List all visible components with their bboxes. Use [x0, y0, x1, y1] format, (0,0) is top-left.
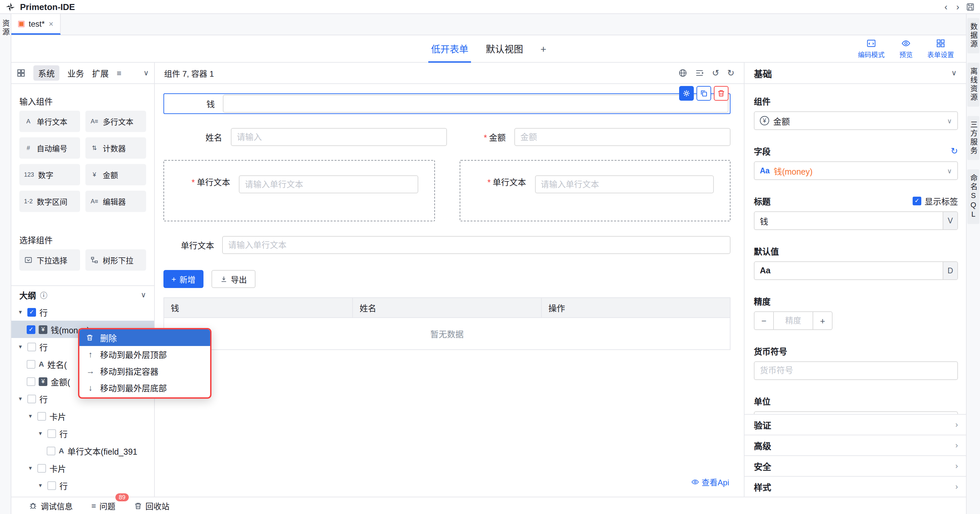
tree-row[interactable]: ▾行 [11, 303, 154, 320]
amount-field-input[interactable] [514, 128, 730, 146]
view-api-link[interactable]: 查看Api [691, 476, 729, 487]
caret-down-icon[interactable]: ▾ [17, 343, 24, 350]
menu-item-move-to-container[interactable]: → 移动到指定容器 [80, 363, 210, 379]
info-icon[interactable]: ⓘ [40, 289, 48, 300]
caret-down-icon[interactable]: ▾ [17, 309, 24, 315]
tree-checkbox[interactable] [27, 308, 36, 316]
tree-checkbox[interactable] [27, 360, 35, 368]
selected-money-field[interactable]: 钱 [164, 93, 730, 114]
sidebar-item-datasource[interactable]: 数据源 [967, 18, 979, 53]
name-field-input[interactable] [231, 128, 447, 146]
tree-checkbox[interactable] [27, 394, 36, 403]
tab-test[interactable]: test* × [11, 14, 61, 35]
tree-row[interactable]: A单行文本(field_391 [11, 442, 154, 459]
caret-down-icon[interactable]: ▾ [27, 465, 34, 471]
tree-checkbox[interactable] [47, 446, 56, 455]
tree-checkbox[interactable] [48, 481, 56, 490]
single-line-input[interactable] [222, 236, 730, 254]
tree-row[interactable]: ▾卡片 [11, 459, 154, 477]
component-select[interactable]: ¥ 金额 ∨ [754, 111, 958, 130]
amount-field[interactable]: *金额 [447, 128, 730, 146]
recycle-bin-button[interactable]: 回收站 [134, 500, 169, 511]
hamburger-icon[interactable]: ≡ [117, 68, 121, 78]
outline-header[interactable]: 大纲 ⓘ ∨ [11, 286, 154, 303]
component-number-range[interactable]: 1-2数字区间 [19, 191, 80, 212]
refresh-icon[interactable]: ↻ [951, 146, 958, 156]
nav-back-icon[interactable]: ‹ [942, 2, 949, 11]
section-style[interactable]: 样式› [745, 476, 966, 497]
tree-checkbox[interactable] [27, 325, 35, 334]
caret-down-icon[interactable]: ▾ [27, 412, 34, 419]
tab-business[interactable]: 业务 [67, 67, 84, 79]
title-variable-button[interactable]: V [943, 212, 957, 229]
field-delete-button[interactable] [714, 86, 729, 101]
tab-default-view[interactable]: 默认视图 [486, 42, 523, 56]
redo-icon[interactable]: ↻ [727, 68, 735, 78]
show-label-toggle[interactable]: 显示标签 [913, 195, 958, 207]
dashed-container[interactable]: *单行文本 [164, 160, 434, 221]
outline-toggle-icon[interactable] [695, 69, 704, 77]
menu-item-move-to-bottom[interactable]: ↓ 移动到最外层底部 [80, 379, 210, 396]
sidebar-item-named-sql[interactable]: 命名SQL [967, 169, 979, 224]
precision-input[interactable] [774, 311, 813, 330]
default-value-button[interactable]: D [943, 262, 957, 279]
unit-input[interactable] [754, 411, 958, 414]
code-mode-button[interactable]: 编码模式 [858, 38, 885, 59]
tree-checkbox[interactable] [27, 342, 36, 351]
tab-low-code-form[interactable]: 低开表单 [431, 42, 468, 56]
caret-down-icon[interactable]: ▾ [37, 482, 44, 489]
chevron-down-icon[interactable]: ∨ [951, 69, 957, 77]
name-field[interactable]: 姓名 [164, 128, 447, 146]
undo-icon[interactable]: ↺ [712, 68, 719, 78]
preview-button[interactable]: 预览 [899, 38, 913, 59]
caret-down-icon[interactable]: ▾ [17, 395, 24, 402]
tree-row[interactable]: ▾卡片 [11, 407, 154, 425]
menu-item-delete[interactable]: 删除 [80, 329, 210, 346]
component-auto-number[interactable]: #自动编号 [19, 137, 80, 159]
component-editor[interactable]: A≡编辑器 [85, 191, 146, 212]
component-amount[interactable]: ¥金额 [85, 164, 146, 185]
minus-button[interactable]: − [754, 311, 774, 330]
currency-symbol-input[interactable] [754, 361, 958, 380]
tab-system[interactable]: 系统 [33, 65, 59, 81]
section-validation[interactable]: 验证› [745, 414, 966, 435]
component-tree-dropdown[interactable]: 树形下拉 [85, 249, 146, 271]
tree-checkbox[interactable] [48, 429, 56, 438]
field-copy-button[interactable] [697, 86, 711, 101]
field-select[interactable]: Aa 钱(money) ∨ [754, 161, 958, 180]
chevron-down-icon[interactable]: ∨ [143, 69, 149, 77]
menu-item-move-to-top[interactable]: ↑ 移动到最外层顶部 [80, 346, 210, 363]
sidebar-item-offline-resources[interactable]: 离线资源 [967, 63, 979, 107]
export-button[interactable]: 导出 [212, 270, 256, 288]
add-view-icon[interactable]: + [540, 43, 546, 54]
component-single-line-text[interactable]: A单行文本 [19, 111, 80, 132]
basic-section-header[interactable]: 基础 ∨ [745, 63, 966, 84]
tab-extension[interactable]: 扩展 [92, 67, 109, 79]
section-advanced[interactable]: 高级› [745, 435, 966, 455]
default-value-input[interactable] [754, 261, 958, 280]
money-field-input[interactable] [223, 95, 729, 113]
component-number[interactable]: 123数字 [19, 164, 80, 185]
nav-forward-icon[interactable]: › [954, 2, 961, 11]
single-line-field[interactable]: 单行文本 [164, 236, 730, 254]
show-label-checkbox[interactable] [913, 197, 921, 205]
globe-icon[interactable] [678, 69, 687, 77]
dashed-container[interactable]: *单行文本 [459, 160, 730, 221]
close-icon[interactable]: × [49, 20, 53, 28]
section-security[interactable]: 安全› [745, 455, 966, 476]
sidebar-item-third-party-services[interactable]: 三方服务 [967, 116, 979, 160]
component-multi-line-text[interactable]: A≡多行文本 [85, 111, 146, 132]
single-line-input[interactable] [535, 175, 714, 194]
tree-checkbox[interactable] [37, 464, 46, 472]
add-button[interactable]: +新增 [164, 270, 204, 288]
form-settings-button[interactable]: 表单设置 [927, 38, 954, 59]
plus-button[interactable]: + [813, 311, 832, 330]
field-settings-button[interactable] [679, 86, 694, 101]
single-line-input[interactable] [239, 175, 418, 194]
title-input[interactable] [754, 211, 958, 230]
sidebar-item-resources[interactable]: 资源 [0, 19, 11, 36]
problems-button[interactable]: ≡ 问题 89 [91, 500, 115, 511]
component-counter[interactable]: ⇅计数器 [85, 137, 146, 159]
chevron-down-icon[interactable]: ∨ [141, 290, 146, 299]
component-library-icon[interactable] [17, 69, 25, 77]
